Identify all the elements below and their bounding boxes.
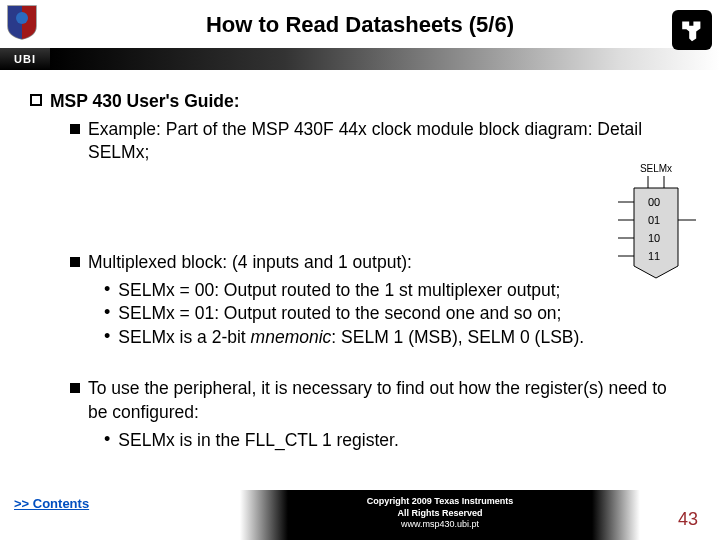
usage-text: To use the peripheral, it is necessary t… — [88, 377, 690, 424]
contents-link[interactable]: >> Contents — [14, 496, 89, 511]
footer-url: www.msp430.ubi.pt — [240, 519, 640, 531]
slide-footer: >> Contents Copyright 2009 Texas Instrum… — [0, 490, 720, 540]
svg-text:01: 01 — [648, 214, 660, 226]
dot-bullet-icon: • — [104, 279, 110, 303]
mux-intro-text: Multiplexed block: (4 inputs and 1 outpu… — [88, 251, 412, 275]
rights-text: All Rights Reserved — [240, 508, 640, 520]
mux-detail-3: SELMx is a 2-bit mnemonic: SELM 1 (MSB),… — [118, 326, 584, 350]
square-bullet-icon — [30, 94, 42, 106]
page-number: 43 — [678, 509, 698, 530]
copyright-text: Copyright 2009 Texas Instruments — [240, 496, 640, 508]
slide-body: MSP 430 User's Guide: Example: Part of t… — [0, 72, 720, 452]
svg-point-0 — [16, 12, 28, 24]
usage-detail-1: SELMx is in the FLL_CTL 1 register. — [118, 429, 398, 453]
filled-square-bullet-icon — [70, 257, 80, 267]
section-heading: MSP 430 User's Guide: — [50, 90, 240, 114]
filled-square-bullet-icon — [70, 383, 80, 393]
filled-square-bullet-icon — [70, 124, 80, 134]
footer-copyright-block: Copyright 2009 Texas Instruments All Rig… — [240, 490, 640, 540]
dot-bullet-icon: • — [104, 326, 110, 350]
svg-text:10: 10 — [648, 232, 660, 244]
ubi-label: UBI — [0, 48, 50, 70]
slide-title: How to Read Datasheets (5/6) — [0, 0, 720, 38]
ubi-shield-logo — [6, 4, 44, 44]
svg-text:00: 00 — [648, 196, 660, 208]
mux-detail-1: SELMx = 00: Output routed to the 1 st mu… — [118, 279, 560, 303]
slide-header: How to Read Datasheets (5/6) UBI — [0, 0, 720, 72]
mux-label: SELMx — [640, 163, 672, 174]
mux-detail-2: SELMx = 01: Output routed to the second … — [118, 302, 561, 326]
header-gradient-band — [50, 48, 720, 70]
mux-block-diagram: SELMx 00 01 10 11 — [618, 162, 696, 282]
ti-logo-icon — [672, 10, 712, 50]
dot-bullet-icon: • — [104, 302, 110, 326]
example-text: Example: Part of the MSP 430F 44x clock … — [88, 118, 690, 165]
svg-text:11: 11 — [648, 250, 660, 262]
dot-bullet-icon: • — [104, 429, 110, 453]
